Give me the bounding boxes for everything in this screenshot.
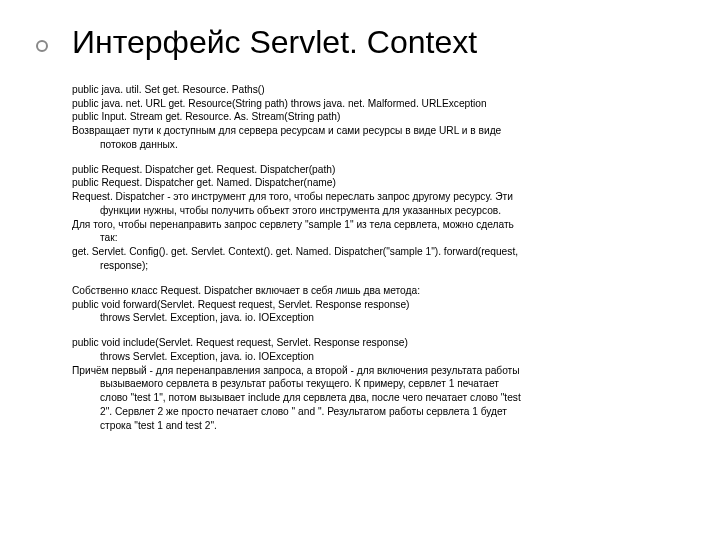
text-line: get. Servlet. Config(). get. Servlet. Co… [72,245,680,259]
text-line: public void include(Servlet. Request req… [72,336,680,350]
slide-title: Интерфейс Servlet. Context [72,24,680,61]
text-line: public java. util. Set get. Resource. Pa… [72,83,680,97]
slide: Интерфейс Servlet. Context public java. … [0,0,720,540]
text-line: Причём первый - для перенаправления запр… [72,364,680,378]
text-line: Возвращает пути к доступным для сервера … [72,124,680,138]
text-line-indent: функции нужны, чтобы получить объект это… [72,204,680,218]
text-line: Request. Dispatcher - это инструмент для… [72,190,680,204]
text-line: public Request. Dispatcher get. Named. D… [72,176,680,190]
paragraph-3: Собственно класс Request. Dispatcher вкл… [72,284,680,325]
text-line: public Request. Dispatcher get. Request.… [72,163,680,177]
paragraph-1: public java. util. Set get. Resource. Pa… [72,83,680,152]
text-line-indent: строка "test 1 and test 2". [72,419,680,433]
text-line: public void forward(Servlet. Request req… [72,298,680,312]
text-line-indent: так: [72,231,680,245]
text-line: public Input. Stream get. Resource. As. … [72,110,680,124]
paragraph-2: public Request. Dispatcher get. Request.… [72,163,680,273]
text-line: public java. net. URL get. Resource(Stri… [72,97,680,111]
text-line-indent: вызываемого сервлета в результат работы … [72,377,680,391]
text-line-indent: 2". Сервлет 2 же просто печатает слово "… [72,405,680,419]
text-line: Собственно класс Request. Dispatcher вкл… [72,284,680,298]
text-line-indent: потоков данных. [72,138,680,152]
slide-body: public java. util. Set get. Resource. Pa… [72,83,680,433]
title-bullet-ring [36,40,48,52]
paragraph-4: public void include(Servlet. Request req… [72,336,680,432]
text-line: Для того, чтобы перенаправить запрос сер… [72,218,680,232]
text-line-indent: throws Servlet. Exception, java. io. IOE… [72,311,680,325]
text-line-indent: response); [72,259,680,273]
text-line-indent: throws Servlet. Exception, java. io. IOE… [72,350,680,364]
text-line-indent: слово "test 1", потом вызывает include д… [72,391,680,405]
